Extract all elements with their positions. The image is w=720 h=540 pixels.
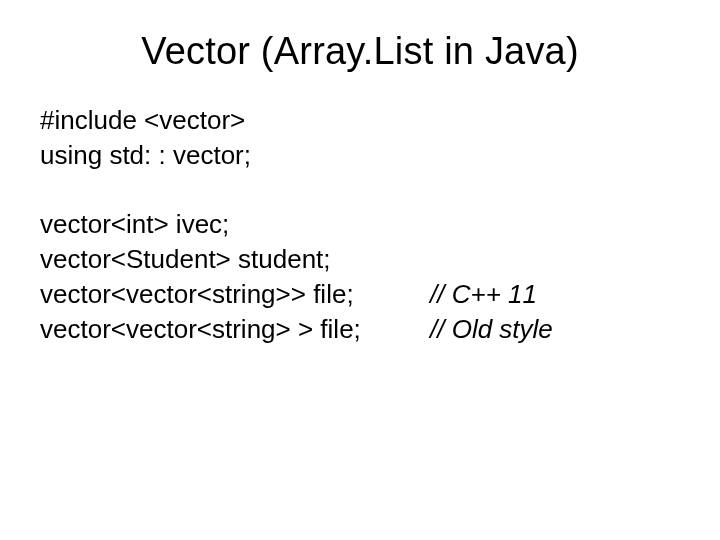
code-line: #include <vector>	[40, 103, 680, 138]
code-block-declarations: vector<int> ivec; vector<Student> studen…	[40, 207, 680, 347]
slide-body: #include <vector> using std: : vector; v…	[40, 103, 680, 348]
code-block-includes: #include <vector> using std: : vector;	[40, 103, 680, 173]
code-line: vector<Student> student;	[40, 242, 680, 277]
code-line: using std: : vector;	[40, 138, 680, 173]
slide-title: Vector (Array.List in Java)	[40, 30, 680, 73]
code-comment: // C++ 11	[430, 277, 680, 312]
code-line: vector<vector<string>> file;	[40, 277, 430, 312]
code-comment: // Old style	[430, 312, 680, 347]
slide: Vector (Array.List in Java) #include <ve…	[0, 0, 720, 540]
code-row: vector<vector<string> > file; // Old sty…	[40, 312, 680, 347]
code-line: vector<vector<string> > file;	[40, 312, 430, 347]
code-line: vector<int> ivec;	[40, 207, 680, 242]
code-row: vector<vector<string>> file; // C++ 11	[40, 277, 680, 312]
